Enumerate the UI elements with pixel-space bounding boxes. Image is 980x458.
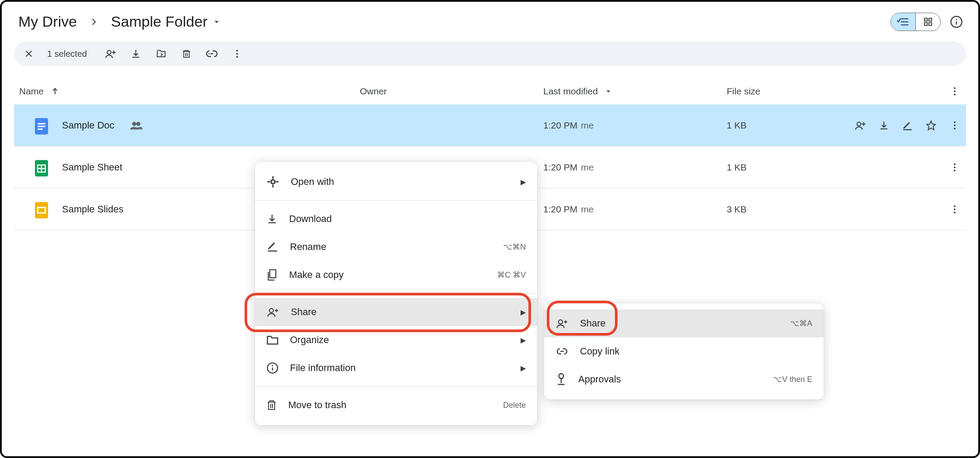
list-view-button[interactable]	[891, 13, 915, 31]
caret-down-icon	[213, 18, 221, 26]
svg-point-72	[559, 320, 562, 324]
file-name: Sample Doc	[62, 120, 114, 131]
info-button[interactable]	[949, 14, 964, 30]
menu-make-copy[interactable]: Make a copy ⌘C ⌘V	[255, 261, 537, 289]
file-size: 3 KB	[727, 204, 747, 215]
move-button[interactable]	[155, 48, 167, 60]
svg-point-39	[954, 121, 956, 123]
menu-share[interactable]: Share ▶	[255, 298, 537, 326]
google-sheet-icon	[35, 160, 50, 175]
breadcrumb-current-label: Sample Folder	[111, 13, 207, 30]
row-more-button[interactable]	[949, 161, 961, 173]
google-slides-icon	[35, 202, 50, 217]
svg-rect-27	[38, 123, 45, 124]
file-name: Sample Sheet	[62, 162, 122, 173]
shared-icon	[130, 121, 142, 130]
svg-point-20	[236, 56, 238, 58]
sort-asc-icon	[51, 87, 59, 96]
svg-rect-3	[925, 22, 927, 25]
chevron-right-icon: ▶	[521, 178, 526, 186]
trash-icon	[266, 399, 277, 411]
svg-point-18	[236, 50, 238, 52]
menu-move-to-trash[interactable]: Move to trash Delete	[255, 391, 537, 419]
svg-point-25	[954, 94, 956, 95]
share-button[interactable]	[104, 48, 117, 60]
svg-rect-1	[925, 18, 927, 21]
row-download-button[interactable]	[878, 119, 890, 132]
svg-point-46	[954, 163, 956, 165]
columns-menu-button[interactable]	[949, 85, 961, 97]
svg-marker-0	[215, 21, 219, 23]
svg-rect-62	[270, 270, 276, 278]
column-size-wrap: File size	[727, 85, 961, 97]
modified-by: me	[581, 204, 594, 214]
svg-rect-28	[38, 125, 45, 127]
submenu-copy-link[interactable]: Copy link	[544, 337, 824, 365]
modified-time: 1:20 PM	[543, 120, 577, 130]
svg-point-7	[956, 18, 957, 20]
svg-point-75	[559, 374, 564, 378]
menu-file-info[interactable]: File information ▶	[255, 354, 537, 382]
table-header: Name Owner Last modified File size	[14, 78, 966, 104]
selection-toolbar: 1 selected	[14, 42, 966, 66]
svg-marker-57	[277, 181, 279, 183]
more-actions-button[interactable]	[231, 48, 243, 60]
modified-time: 1:20 PM	[543, 162, 577, 172]
download-button[interactable]	[130, 48, 142, 60]
svg-rect-49	[35, 202, 48, 219]
modified-by: me	[581, 120, 594, 130]
link-icon	[556, 347, 569, 355]
share-submenu: Share ⌥⌘A Copy link Approvals ⌥V then E	[544, 303, 824, 399]
caret-down-icon	[605, 88, 612, 95]
file-name: Sample Slides	[62, 204, 124, 215]
breadcrumb: My Drive Sample Folder	[16, 12, 223, 31]
table-row[interactable]: Sample Doc 1:20 PMme 1 KB	[14, 104, 966, 146]
row-rename-button[interactable]	[901, 119, 914, 132]
row-share-button[interactable]	[854, 119, 866, 132]
folder-icon	[266, 335, 279, 345]
svg-marker-54	[272, 176, 274, 177]
svg-marker-38	[927, 121, 935, 130]
menu-download[interactable]: Download	[255, 205, 537, 233]
svg-rect-4	[929, 22, 932, 25]
breadcrumb-current[interactable]: Sample Folder	[108, 12, 223, 31]
svg-point-40	[954, 124, 956, 126]
row-more-button[interactable]	[949, 119, 961, 132]
svg-point-32	[857, 122, 861, 126]
column-size[interactable]: File size	[727, 86, 760, 97]
chevron-right-icon: ▶	[521, 336, 526, 344]
svg-point-30	[132, 121, 136, 125]
row-more-button[interactable]	[949, 203, 961, 215]
file-size: 1 KB	[727, 162, 747, 173]
clear-selection-button[interactable]	[23, 48, 35, 60]
svg-rect-2	[929, 18, 932, 21]
info-icon	[266, 362, 279, 374]
menu-open-with[interactable]: Open with ▶	[255, 168, 537, 196]
column-modified[interactable]: Last modified	[543, 86, 727, 97]
svg-point-41	[954, 128, 956, 129]
trash-button[interactable]	[180, 48, 193, 60]
column-owner[interactable]: Owner	[360, 86, 543, 97]
svg-marker-55	[272, 186, 274, 188]
svg-rect-58	[271, 180, 275, 184]
submenu-approvals[interactable]: Approvals ⌥V then E	[544, 365, 824, 393]
svg-point-51	[954, 205, 956, 207]
menu-rename[interactable]: Rename ⌥⌘N	[255, 233, 537, 261]
menu-organize[interactable]: Organize ▶	[255, 326, 537, 354]
column-name[interactable]: Name	[19, 86, 360, 97]
chevron-right-icon: ▶	[521, 308, 526, 316]
row-star-button[interactable]	[925, 119, 937, 132]
submenu-share[interactable]: Share ⌥⌘A	[544, 309, 824, 337]
link-button[interactable]	[206, 48, 218, 60]
download-icon	[266, 213, 278, 225]
file-size: 1 KB	[727, 120, 747, 131]
selection-count: 1 selected	[47, 49, 87, 59]
svg-point-53	[954, 212, 956, 213]
svg-point-48	[954, 170, 956, 171]
open-with-icon	[266, 175, 280, 188]
grid-view-button[interactable]	[916, 13, 940, 31]
svg-point-63	[269, 309, 273, 312]
breadcrumb-root[interactable]: My Drive	[16, 12, 79, 31]
context-menu: Open with ▶ Download Rename ⌥⌘N Make a c…	[255, 162, 537, 425]
share-icon	[266, 306, 280, 318]
